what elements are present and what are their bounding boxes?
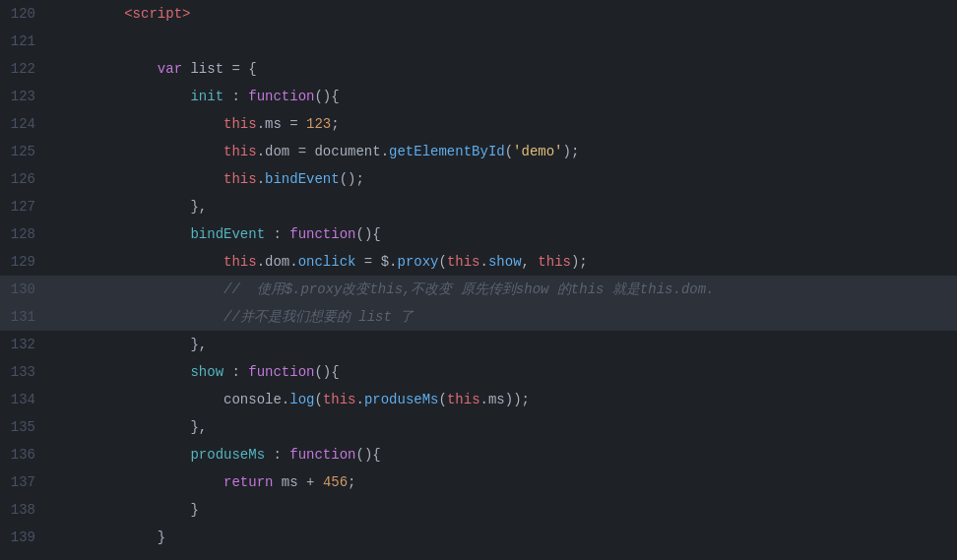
line-number: 125 — [0, 138, 51, 165]
token-plain — [58, 116, 223, 132]
code-line: 139 } — [0, 524, 957, 551]
line-content: return ms + 456; — [54, 468, 957, 496]
line-content: produseMs : function(){ — [54, 441, 957, 468]
token-plain: ( — [505, 144, 513, 159]
token-plain: . — [355, 392, 363, 407]
code-line: 138 } — [0, 496, 957, 524]
line-number: 121 — [0, 28, 51, 55]
token-plain: }, — [58, 419, 207, 435]
line-content: } — [54, 496, 957, 524]
line-number: 132 — [0, 331, 51, 358]
token-plain — [58, 474, 223, 490]
token-num: 456 — [323, 474, 348, 490]
line-number: 127 — [0, 193, 51, 220]
token-obj-key: bindEvent — [190, 226, 265, 242]
token-plain: ( — [439, 392, 447, 407]
code-editor: 120 <script>121 122 var list = {123 init… — [0, 0, 957, 560]
token-plain — [58, 226, 190, 242]
token-plain: ms + — [273, 474, 322, 490]
token-method: bindEvent — [265, 171, 340, 187]
line-content: //并不是我们想要的 list 了 — [54, 303, 957, 331]
token-plain: : — [223, 89, 248, 104]
token-plain: (){ — [314, 364, 339, 380]
code-line: 120 <script> — [0, 0, 957, 28]
token-plain: (){ — [314, 89, 339, 104]
line-content: }, — [54, 413, 957, 441]
line-number: 135 — [0, 413, 51, 441]
token-plain: .dom. — [257, 254, 298, 270]
token-plain — [58, 447, 190, 463]
token-plain — [58, 171, 223, 187]
token-plain: , — [522, 254, 539, 270]
line-number: 133 — [0, 358, 51, 386]
line-number: 120 — [0, 0, 51, 28]
line-number: 139 — [0, 524, 51, 551]
token-plain: }, — [58, 337, 207, 352]
code-line: 126 this.bindEvent(); — [0, 165, 957, 193]
line-content: console.log(this.produseMs(this.ms)); — [54, 386, 957, 413]
token-plain: (){ — [355, 226, 380, 242]
token-plain: ( — [439, 254, 447, 270]
token-plain — [58, 6, 124, 22]
token-this-kw: this — [223, 144, 257, 159]
line-number: 126 — [0, 165, 51, 193]
line-content: show : function(){ — [54, 358, 957, 386]
token-plain — [58, 392, 223, 407]
token-plain — [58, 61, 158, 77]
token-str: 'demo' — [513, 144, 562, 159]
token-plain: : — [265, 226, 289, 242]
line-number: 131 — [0, 303, 51, 331]
token-obj-key: produseMs — [190, 447, 265, 463]
token-plain: } — [58, 529, 165, 545]
line-number: 134 — [0, 386, 51, 413]
token-plain: ; — [348, 474, 355, 490]
token-kw: function — [248, 364, 314, 380]
token-plain — [58, 144, 223, 159]
line-content: var list = { — [54, 55, 957, 83]
code-line: 133 show : function(){ — [0, 358, 957, 386]
code-line: 122 var list = { — [0, 55, 957, 83]
token-this-kw: this — [223, 171, 257, 187]
line-content: <script> — [54, 0, 957, 28]
line-content — [54, 28, 957, 55]
line-content: }, — [54, 193, 957, 220]
token-plain: .ms)); — [480, 392, 530, 407]
token-plain: : — [265, 447, 289, 463]
code-line: 123 init : function(){ — [0, 83, 957, 110]
token-plain: .ms = — [257, 116, 306, 132]
code-line: 134 console.log(this.produseMs(this.ms))… — [0, 386, 957, 413]
token-plain: ); — [563, 144, 580, 159]
token-obj-key: init — [190, 89, 223, 104]
line-content: this.bindEvent(); — [54, 165, 957, 193]
token-plain: . — [257, 171, 265, 187]
token-plain: .dom = document. — [257, 144, 389, 159]
token-plain: . — [480, 254, 488, 270]
token-plain: = $. — [355, 254, 397, 270]
token-kw: function — [289, 447, 355, 463]
line-number: 129 — [0, 248, 51, 276]
token-method: log — [289, 392, 314, 407]
code-line: 136 produseMs : function(){ — [0, 441, 957, 468]
token-plain — [58, 309, 223, 325]
line-number: 136 — [0, 441, 51, 468]
line-number: 128 — [0, 220, 51, 248]
line-content: }, — [54, 331, 957, 358]
line-number: 122 — [0, 55, 51, 83]
token-this-kw: this — [223, 116, 257, 132]
code-line: 121 — [0, 28, 957, 55]
code-line: 131 //并不是我们想要的 list 了 — [0, 303, 957, 331]
code-line: 132 }, — [0, 331, 957, 358]
token-plain: }, — [58, 199, 207, 215]
token-plain — [58, 89, 190, 104]
token-plain: (){ — [355, 447, 380, 463]
token-plain: ); — [571, 254, 588, 270]
token-kw: function — [248, 89, 314, 104]
line-content: init : function(){ — [54, 83, 957, 110]
token-tag: <script> — [124, 6, 190, 22]
code-line: 137 return ms + 456; — [0, 468, 957, 496]
token-method: getElementById — [389, 144, 505, 159]
token-num: 123 — [306, 116, 331, 132]
code-line: 125 this.dom = document.getElementById('… — [0, 138, 957, 165]
token-comment: //并不是我们想要的 list 了 — [223, 309, 414, 325]
line-content: } — [54, 524, 957, 551]
